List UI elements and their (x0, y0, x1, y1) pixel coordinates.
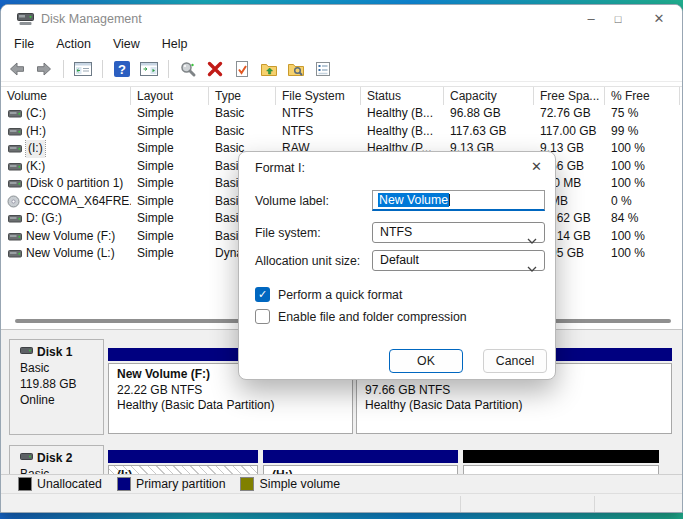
volume-name: (H:) (26, 123, 46, 141)
allocation-unit-dropdown[interactable]: Default (372, 250, 545, 271)
partition-color-bar (463, 450, 659, 463)
legend-swatch (19, 478, 31, 490)
drive-icon (7, 231, 22, 242)
help-icon[interactable]: ? (112, 59, 132, 79)
menu-action[interactable]: Action (45, 33, 102, 55)
legend-swatch (241, 478, 253, 490)
drive-icon (7, 178, 22, 189)
selected-text: New Volume (378, 193, 449, 207)
zoom-pointer-icon[interactable] (178, 59, 198, 79)
volume-name: (Disk 0 partition 1) (26, 175, 123, 193)
drive-icon (7, 126, 22, 137)
column-header[interactable]: Type (209, 87, 276, 105)
table-row[interactable]: (C:)SimpleBasicNTFSHealthy (B...96.88 GB… (1, 105, 682, 123)
quick-format-checkbox[interactable]: ✓ (255, 287, 270, 302)
disk1-type: Basic (20, 361, 103, 375)
back-icon[interactable] (7, 59, 27, 79)
legend-label: Primary partition (136, 477, 226, 491)
column-header[interactable]: Status (361, 87, 444, 105)
partition-size: 22.22 GB NTFS (117, 383, 344, 399)
volume-name: (C:) (26, 105, 46, 123)
column-header[interactable]: File System (276, 87, 361, 105)
column-header[interactable]: Free Spa... (534, 87, 605, 105)
legend-label: Simple volume (259, 477, 340, 491)
volume-name: CCCOMA_X64FRE... (24, 193, 131, 211)
close-button[interactable]: ✕ (642, 5, 676, 33)
forward-icon[interactable] (34, 59, 54, 79)
partition-color-bar (108, 450, 258, 463)
partition-status: Healthy (Basic Data Partition) (117, 398, 344, 414)
volume-label-label: Volume label: (255, 194, 329, 208)
disk1-label-panel[interactable]: Disk 1 Basic 119.88 GB Online (9, 339, 104, 435)
menu-bar: File Action View Help (3, 33, 199, 55)
table-row[interactable]: (H:)SimpleBasicNTFSHealthy (B...117.63 G… (1, 123, 682, 141)
drive-icon (7, 143, 22, 154)
disk-management-window: Disk Management – □ ✕ File Action View H… (0, 4, 683, 513)
menu-help[interactable]: Help (151, 33, 199, 55)
drive-icon (7, 108, 22, 119)
column-header[interactable]: Capacity (444, 87, 534, 105)
dialog-title: Format I: (255, 161, 305, 175)
chevron-down-icon (527, 259, 537, 278)
check-document-icon[interactable] (232, 59, 252, 79)
volume-name: New Volume (L:) (26, 245, 115, 263)
volume-list-header[interactable]: VolumeLayoutTypeFile SystemStatusCapacit… (1, 86, 682, 105)
disc-icon (7, 195, 20, 208)
statusbar-divider (594, 496, 595, 513)
action-pane-icon[interactable] (139, 59, 159, 79)
disk-management-app-icon (17, 12, 34, 30)
partition-legend: UnallocatedPrimary partitionSimple volum… (1, 474, 682, 493)
toolbar-separator (102, 60, 103, 78)
volume-name: (I:) (26, 140, 45, 158)
menu-view[interactable]: View (102, 33, 151, 55)
disk1-status: Online (20, 393, 103, 407)
chevron-down-icon (527, 231, 537, 250)
dialog-close-icon[interactable]: ✕ (531, 159, 542, 174)
column-header[interactable]: % Free (605, 87, 680, 105)
compression-row[interactable]: Enable file and folder compression (255, 309, 467, 324)
compression-label: Enable file and folder compression (278, 310, 467, 324)
format-dialog: Format I: ✕ Volume label: New Volume Fil… (238, 151, 556, 380)
text-caret (449, 194, 450, 206)
partition-size: 97.66 GB NTFS (365, 383, 663, 399)
maximize-button[interactable]: □ (601, 5, 635, 33)
menu-file[interactable]: File (3, 33, 45, 55)
disk-icon (20, 345, 33, 359)
allocation-unit-value: Default (380, 253, 419, 267)
column-header[interactable]: Volume (1, 87, 131, 105)
legend-item: Unallocated (19, 477, 102, 491)
quick-format-row[interactable]: ✓ Perform a quick format (255, 287, 402, 302)
legend-label: Unallocated (37, 477, 102, 491)
folder-search-icon[interactable] (286, 59, 306, 79)
title-bar: Disk Management – □ ✕ (1, 5, 682, 33)
toolbar-separator (168, 60, 169, 78)
disk1-size: 119.88 GB (20, 377, 103, 391)
allocation-unit-label: Allocation unit size: (255, 254, 360, 268)
window-title: Disk Management (41, 12, 142, 26)
drive-icon (7, 213, 22, 224)
toolbar: ? (7, 55, 333, 82)
column-header[interactable]: Layout (131, 87, 209, 105)
compression-checkbox[interactable] (255, 309, 270, 324)
disk2-name: Disk 2 (37, 451, 72, 465)
properties-icon[interactable] (313, 59, 333, 79)
drive-icon (7, 161, 22, 172)
drive-icon (7, 248, 22, 259)
delete-volume-icon[interactable] (205, 59, 225, 79)
quick-format-label: Perform a quick format (278, 288, 402, 302)
toolbar-separator (63, 60, 64, 78)
file-system-dropdown[interactable]: NTFS (372, 222, 545, 243)
statusbar-divider (460, 496, 461, 513)
status-bar (1, 493, 682, 513)
svg-text:?: ? (118, 62, 126, 77)
volume-name: D: (G:) (26, 210, 62, 228)
folder-up-icon[interactable] (259, 59, 279, 79)
legend-item: Simple volume (241, 477, 340, 491)
partition-status: Healthy (Basic Data Partition) (365, 398, 663, 414)
console-tree-icon[interactable] (73, 59, 93, 79)
ok-button[interactable]: OK (389, 349, 463, 373)
volume-name: (K:) (26, 158, 45, 176)
file-system-value: NTFS (380, 225, 412, 239)
cancel-button[interactable]: Cancel (483, 349, 547, 373)
volume-label-input[interactable]: New Volume (372, 190, 545, 211)
